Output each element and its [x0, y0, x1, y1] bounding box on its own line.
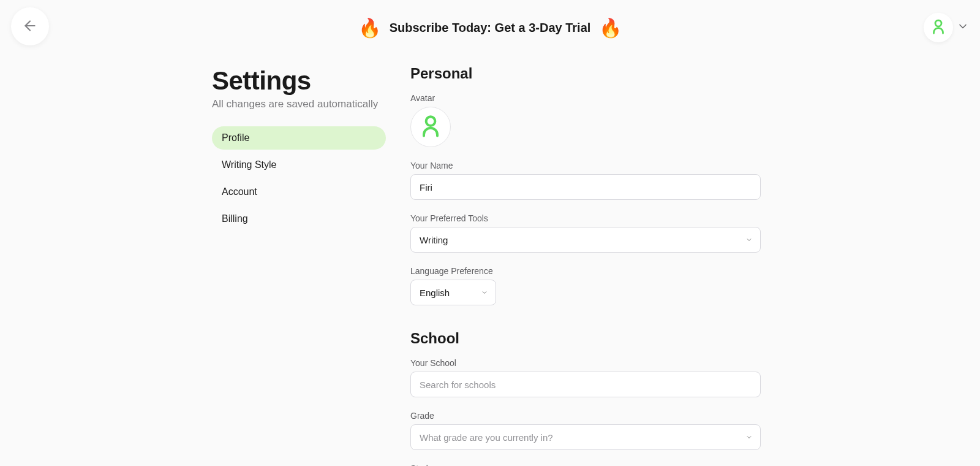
fire-icon: 🔥 — [358, 17, 381, 39]
tools-label: Your Preferred Tools — [410, 213, 761, 223]
nav-item-account[interactable]: Account — [212, 180, 386, 204]
arrow-left-icon — [22, 18, 38, 36]
svg-point-2 — [426, 116, 435, 126]
page-subtitle: All changes are saved automatically — [212, 98, 386, 110]
avatar-picker[interactable] — [410, 107, 451, 147]
name-label: Your Name — [410, 161, 761, 170]
nav-item-profile[interactable]: Profile — [212, 126, 386, 150]
chevron-down-icon — [957, 20, 969, 35]
user-icon — [929, 17, 948, 38]
name-input[interactable] — [410, 174, 761, 200]
study-label: Study — [410, 464, 761, 466]
user-menu[interactable] — [924, 13, 969, 42]
subscribe-banner[interactable]: 🔥 Subscribe Today: Get a 3-Day Trial 🔥 — [358, 17, 622, 39]
svg-point-1 — [935, 20, 941, 26]
user-icon — [417, 112, 444, 142]
tools-select[interactable]: Writing — [410, 227, 761, 253]
fire-icon: 🔥 — [599, 17, 622, 39]
avatar-label: Avatar — [410, 93, 761, 103]
grade-select[interactable]: What grade are you currently in? — [410, 424, 761, 450]
back-button[interactable] — [11, 7, 49, 45]
banner-text: Subscribe Today: Get a 3-Day Trial — [390, 21, 591, 35]
page-title: Settings — [212, 66, 386, 96]
school-label: Your School — [410, 358, 761, 368]
section-heading-personal: Personal — [410, 65, 761, 82]
nav-item-writing-style[interactable]: Writing Style — [212, 153, 386, 177]
avatar — [924, 13, 953, 42]
school-input[interactable] — [410, 372, 761, 397]
grade-label: Grade — [410, 411, 761, 421]
language-select[interactable]: English — [410, 280, 496, 305]
section-heading-school: School — [410, 330, 761, 347]
nav-item-billing[interactable]: Billing — [212, 207, 386, 231]
language-label: Language Preference — [410, 266, 761, 276]
